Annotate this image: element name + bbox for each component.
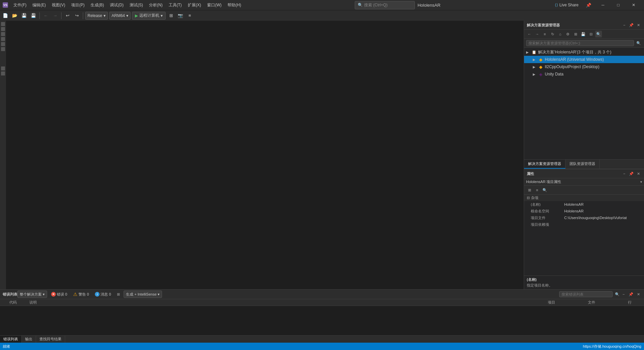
props-collapse-button[interactable]: − bbox=[621, 171, 627, 177]
back-button: ← bbox=[42, 12, 50, 20]
activity-icon-4[interactable] bbox=[1, 37, 5, 41]
scope-filter-dropdown[interactable]: 整个解决方案 ▾ bbox=[17, 291, 47, 298]
messages-label: 消息 bbox=[101, 292, 108, 297]
main-area: 解决方案资源管理器 − 📌 ✕ ← → ≡ ↻ ⌂ ⚙ ⊞ 💾 ⊟ 🔍 bbox=[0, 21, 644, 289]
project2-label: Il2CppOutputProject (Desktop) bbox=[545, 64, 599, 69]
toolbar-extra-1[interactable]: ⊞ bbox=[167, 12, 175, 20]
props-close-button[interactable]: ✕ bbox=[635, 171, 641, 177]
error-list-close-button[interactable]: ✕ bbox=[635, 291, 641, 297]
run-button[interactable]: ▶ 远程计算机 ▾ bbox=[132, 12, 166, 20]
props-label-name: (名称) bbox=[531, 202, 564, 207]
solution-explorer-search-input[interactable] bbox=[526, 40, 634, 46]
info-count-filter[interactable]: i 消息 0 bbox=[93, 291, 113, 298]
redo-button[interactable]: ↪ bbox=[73, 12, 81, 20]
menu-help[interactable]: 帮助(H) bbox=[225, 1, 244, 9]
save-all-button[interactable]: 💾 bbox=[29, 12, 37, 20]
warning-count-filter[interactable]: ⚠ 警告 0 bbox=[71, 291, 91, 298]
error-count-filter[interactable]: ✕ 错误 0 bbox=[49, 291, 69, 298]
new-project-button[interactable]: 📄 bbox=[1, 12, 9, 20]
se-collapse-button[interactable]: − bbox=[621, 22, 627, 28]
se-filter-button[interactable]: ⊞ bbox=[572, 31, 579, 37]
pin-button[interactable]: 📌 bbox=[585, 1, 593, 9]
tab-find-symbol[interactable]: 查找符号结果 bbox=[36, 336, 65, 343]
tree-project-il2cpp[interactable]: ▶ ◆ Il2CppOutputProject (Desktop) bbox=[524, 63, 644, 70]
menu-extensions[interactable]: 扩展(X) bbox=[185, 1, 204, 9]
se-save-button[interactable]: 💾 bbox=[580, 31, 587, 37]
properties-description: (名称) 指定项目名称。 bbox=[524, 276, 644, 289]
toolbar-separator-3 bbox=[83, 12, 83, 19]
menu-window[interactable]: 窗口(W) bbox=[204, 1, 224, 9]
platform-dropdown[interactable]: ARM64 ▾ bbox=[109, 12, 131, 20]
se-home-button[interactable]: ⌂ bbox=[557, 31, 564, 37]
menu-analyze[interactable]: 分析(N) bbox=[146, 1, 165, 9]
activity-icon-6[interactable] bbox=[1, 47, 5, 51]
menu-test[interactable]: 测试(S) bbox=[127, 1, 146, 9]
col-line-header[interactable]: 行 bbox=[628, 300, 641, 305]
tree-project-hololensar[interactable]: ▶ ◆ HololensAR (Universal Windows) bbox=[524, 56, 644, 63]
menu-tools[interactable]: 工具(T) bbox=[166, 1, 184, 9]
menu-edit[interactable]: 编辑(E) bbox=[30, 1, 48, 9]
error-list-minimize-button[interactable]: − bbox=[621, 291, 627, 297]
tree-project-unity[interactable]: ▶ ◈ Unity Data bbox=[524, 70, 644, 78]
props-misc-section[interactable]: ⊟ 杂项 bbox=[524, 195, 644, 201]
se-refresh-button[interactable]: ↻ bbox=[549, 31, 556, 37]
error-filter-toggle[interactable]: ⊞ bbox=[115, 291, 122, 298]
col-desc-header[interactable]: 说明 bbox=[29, 300, 548, 305]
menu-build[interactable]: 生成(B) bbox=[88, 1, 107, 9]
minimize-button[interactable]: ─ bbox=[595, 0, 611, 10]
tree-solution-root[interactable]: ▶ 📋 解决方案'HololensAR'(3 个项目，共 3 个) bbox=[524, 48, 644, 56]
solution-explorer-search-button[interactable]: 🔍 bbox=[635, 40, 642, 46]
props-sort-button[interactable]: ≡ bbox=[534, 187, 540, 193]
tab-solution-explorer[interactable]: 解决方案资源管理器 bbox=[524, 160, 566, 169]
save-button[interactable]: 💾 bbox=[20, 12, 28, 20]
props-value-namespace: HololensAR bbox=[564, 209, 641, 213]
activity-icon-5[interactable] bbox=[1, 42, 5, 46]
error-list-content bbox=[0, 306, 644, 335]
maximize-button[interactable]: □ bbox=[611, 0, 626, 10]
close-button[interactable]: ✕ bbox=[626, 0, 641, 10]
title-search-box[interactable]: 🔍 搜索 (Ctrl+Q) bbox=[355, 1, 415, 9]
toolbar-extra-2[interactable]: 📷 bbox=[176, 12, 184, 20]
col-file-header[interactable]: 文件 bbox=[588, 300, 628, 305]
activity-icon-1[interactable] bbox=[1, 22, 5, 26]
props-value-name: HololensAR bbox=[564, 202, 641, 206]
error-list-pin-button[interactable]: 📌 bbox=[628, 291, 634, 297]
live-share-button[interactable]: ⟨⟩ Live Share bbox=[551, 2, 582, 8]
se-pin-button[interactable]: 📌 bbox=[628, 22, 634, 28]
toolbar-extra-3[interactable]: ≡ bbox=[186, 12, 194, 20]
col-project-header[interactable]: 项目 bbox=[548, 300, 588, 305]
tab-error-list[interactable]: 错误列表 bbox=[0, 336, 22, 343]
menu-view[interactable]: 视图(V) bbox=[49, 1, 68, 9]
app-title: HololensAR bbox=[418, 3, 441, 8]
se-properties-button[interactable]: ≡ bbox=[541, 31, 548, 37]
tab-output[interactable]: 输出 bbox=[22, 336, 36, 343]
undo-button[interactable]: ↩ bbox=[63, 12, 71, 20]
activity-icon-7[interactable] bbox=[1, 66, 5, 70]
search-icon: 🔍 bbox=[358, 3, 363, 7]
se-forward-button[interactable]: → bbox=[534, 31, 540, 37]
se-close-button[interactable]: ✕ bbox=[635, 22, 641, 28]
menu-file[interactable]: 文件(F) bbox=[11, 1, 29, 9]
activity-icon-3[interactable] bbox=[1, 32, 5, 36]
menu-project[interactable]: 项目(P) bbox=[68, 1, 87, 9]
props-pin-button[interactable]: 📌 bbox=[628, 171, 634, 177]
errors-label: 错误 bbox=[57, 292, 64, 297]
activity-icon-2[interactable] bbox=[1, 27, 5, 31]
build-source-dropdown[interactable]: 生成 + IntelliSense ▾ bbox=[124, 291, 162, 298]
se-settings-button[interactable]: ⚙ bbox=[565, 31, 571, 37]
menu-debug[interactable]: 调试(D) bbox=[107, 1, 126, 9]
props-search-button[interactable]: 🔍 bbox=[541, 187, 548, 193]
col-code-header[interactable]: 代码 bbox=[9, 300, 29, 305]
error-search-input[interactable] bbox=[559, 291, 613, 297]
platform-label: ARM64 bbox=[112, 13, 125, 18]
props-categories-button[interactable]: ⊞ bbox=[526, 187, 533, 193]
open-button[interactable]: 📂 bbox=[11, 12, 19, 20]
se-collapse-all-button[interactable]: ⊟ bbox=[588, 31, 594, 37]
se-active-button[interactable]: 🔍 bbox=[595, 31, 602, 37]
props-collapse-icon: ▾ bbox=[640, 180, 642, 184]
error-search-icon[interactable]: 🔍 bbox=[614, 291, 621, 298]
se-back-button[interactable]: ← bbox=[526, 31, 533, 37]
build-config-dropdown[interactable]: Release ▾ bbox=[85, 12, 108, 20]
activity-icon-8[interactable] bbox=[1, 71, 5, 75]
tab-team-explorer[interactable]: 团队资源管理器 bbox=[566, 160, 600, 169]
